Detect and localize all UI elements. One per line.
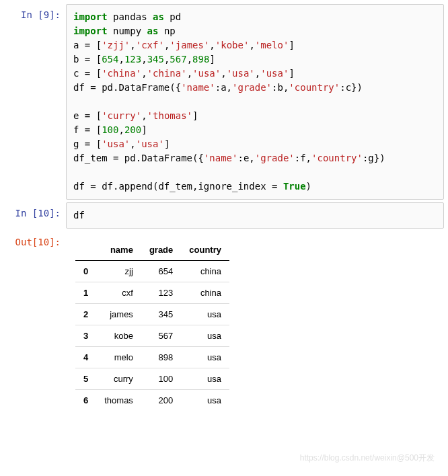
in-prompt-10: In [10]: <box>4 202 66 229</box>
dataframe-output: name grade country 0zjj654china 1cxf123c… <box>66 231 444 416</box>
dataframe-table: name grade country 0zjj654china 1cxf123c… <box>75 239 229 411</box>
table-row: 3kobe567usa <box>75 325 229 347</box>
col-country: country <box>181 239 229 261</box>
table-row: 4melo898usa <box>75 347 229 368</box>
table-row: 0zjj654china <box>75 261 229 282</box>
col-name: name <box>96 239 141 261</box>
index-header <box>75 239 96 261</box>
table-row: 6thomas200usa <box>75 390 229 411</box>
col-grade: grade <box>141 239 181 261</box>
code-cell-9: In [9]: import pandas as pd import numpy… <box>4 4 444 200</box>
table-row: 2james345usa <box>75 304 229 325</box>
table-row: 1cxf123china <box>75 282 229 304</box>
output-cell-10: Out[10]: name grade country 0zjj654china… <box>4 231 444 416</box>
in-prompt-9: In [9]: <box>4 4 66 200</box>
out-prompt-10: Out[10]: <box>4 231 66 416</box>
table-row: 5curry100usa <box>75 368 229 390</box>
code-input-9[interactable]: import pandas as pd import numpy as np a… <box>66 4 444 200</box>
code-input-10[interactable]: df <box>66 202 444 229</box>
code-cell-10: In [10]: df <box>4 202 444 229</box>
